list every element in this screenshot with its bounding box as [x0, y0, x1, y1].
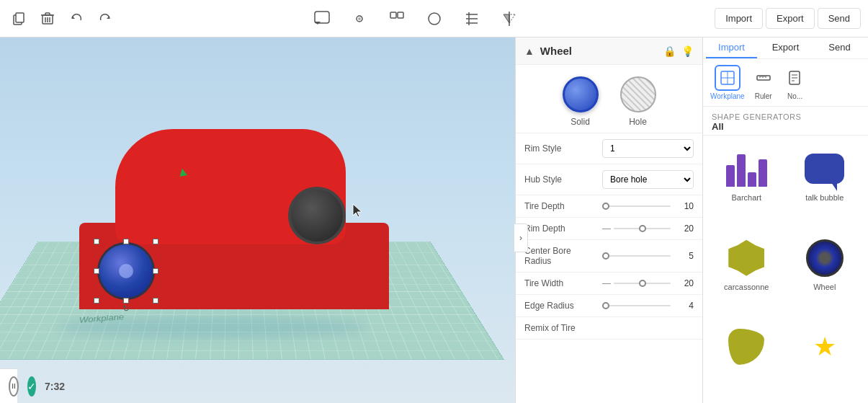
svg-marker-8: [72, 16, 75, 19]
import-button[interactable]: Import: [715, 8, 763, 29]
handle-ml[interactable]: [94, 268, 99, 274]
tire-depth-thumb[interactable]: [602, 203, 609, 210]
edge-radius-label: Edge Radius: [524, 301, 596, 311]
carcassonne-preview: [721, 236, 771, 280]
wheel-hub: [119, 264, 133, 278]
hub-style-select[interactable]: Bore hole: [602, 170, 694, 189]
light-icon[interactable]: [346, 6, 372, 32]
comment-icon[interactable]: [309, 6, 335, 32]
shape-top-buttons: Import Export Send: [703, 37, 868, 59]
workplane-icon: [715, 65, 741, 91]
carcassonne-shape: [728, 240, 764, 276]
bar-3: [748, 172, 756, 187]
rim-depth-label: Rim Depth: [524, 223, 596, 234]
wheel-label: Wheel: [813, 283, 836, 291]
bar-2: [737, 154, 746, 187]
tire-width-thumb[interactable]: [639, 280, 646, 287]
handle-br[interactable]: [153, 298, 158, 304]
edge-radius-track[interactable]: [602, 305, 671, 306]
hub-style-label: Hub Style: [524, 174, 596, 185]
handle-mr[interactable]: [153, 268, 158, 274]
lock-icon[interactable]: 🔒: [663, 45, 676, 57]
ruler-button[interactable]: Ruler: [751, 65, 777, 100]
rim-style-label: Rim Style: [524, 143, 596, 154]
center-bore-label: Center Bore Radius: [524, 246, 596, 266]
tire-width-label: Tire Width: [524, 278, 596, 288]
tab-import[interactable]: Import: [706, 37, 757, 58]
edge-radius-value: 4: [676, 301, 694, 311]
tire-width-row: Tire Width — 20: [516, 273, 702, 295]
rim-depth-thumb[interactable]: [639, 225, 646, 232]
center-bore-thumb[interactable]: [602, 252, 609, 260]
svg-rect-24: [757, 76, 770, 80]
handle-bl[interactable]: [94, 298, 99, 304]
handle-bm[interactable]: [123, 298, 129, 304]
svg-rect-7: [45, 13, 50, 15]
hub-style-control: Bore hole: [602, 170, 694, 189]
center-bore-value: 5: [676, 251, 694, 261]
handle-tm[interactable]: [123, 239, 129, 244]
barchart-preview: [721, 147, 771, 190]
panel-title: Wheel: [540, 45, 658, 57]
pause-button[interactable]: ⏸: [9, 376, 19, 397]
handle-tl[interactable]: [94, 239, 99, 244]
grid-icon[interactable]: [459, 6, 485, 32]
tire-depth-track[interactable]: [602, 205, 671, 207]
undo-button[interactable]: [65, 7, 88, 30]
solid-option[interactable]: Solid: [563, 76, 599, 127]
mirror-icon[interactable]: [496, 6, 522, 32]
tire-depth-label: Tire Depth: [524, 201, 596, 211]
panel-collapse-arrow[interactable]: ▲: [524, 45, 534, 57]
wheel-back-container[interactable]: ↻: [94, 239, 158, 304]
send-button[interactable]: Send: [818, 8, 861, 29]
rim-depth-slider: —: [602, 223, 671, 234]
panel-collapse-button[interactable]: ›: [514, 223, 528, 252]
tire-depth-value: 10: [676, 201, 694, 211]
shape-item-barchart[interactable]: Barchart: [709, 141, 784, 228]
rotate-handle[interactable]: ↻: [122, 304, 130, 314]
rim-depth-row: Rim Depth — 20: [516, 218, 702, 240]
svg-point-12: [358, 17, 361, 20]
tab-send[interactable]: Send: [814, 37, 865, 58]
viewport[interactable]: ↻ ▲ Workplane ⏸ ✓ 7:32: [0, 37, 515, 403]
rim-style-select[interactable]: 1: [602, 139, 694, 158]
hole-option[interactable]: Hole: [620, 76, 656, 127]
edge-radius-thumb[interactable]: [602, 302, 609, 309]
light-panel-icon[interactable]: 💡: [681, 45, 694, 57]
notes-icon: [782, 65, 808, 91]
shape-item-wheel[interactable]: Wheel: [787, 231, 863, 317]
toolbar-right: Import Export Send: [715, 8, 861, 29]
talk-bubble-preview: [800, 147, 850, 190]
svg-rect-14: [398, 12, 403, 18]
shape-generators-filter[interactable]: All: [712, 121, 859, 132]
check-button[interactable]: ✓: [27, 376, 36, 397]
shape-icon[interactable]: [384, 6, 410, 32]
export-button[interactable]: Export: [766, 8, 815, 29]
tab-export[interactable]: Export: [760, 37, 811, 58]
shape-item-star[interactable]: ★: [787, 319, 863, 397]
talk-bubble-shape: [805, 154, 844, 184]
top-toolbar: Import Export Send: [0, 0, 868, 37]
center-bore-track[interactable]: [602, 255, 671, 257]
circle-icon[interactable]: [421, 6, 447, 32]
workplane-button[interactable]: Workplane: [710, 65, 745, 100]
shape-item-talk-bubble[interactable]: talk bubble: [787, 141, 863, 228]
delete-button[interactable]: [36, 7, 59, 30]
tire-width-track[interactable]: [614, 283, 671, 284]
rim-style-control: 1: [602, 139, 694, 158]
center-bore-row: Center Bore Radius 5: [516, 240, 702, 273]
rim-depth-track[interactable]: [614, 228, 671, 229]
shape-item-brown-blob[interactable]: [709, 319, 784, 397]
shape-item-carcassonne[interactable]: carcassonne: [709, 231, 784, 317]
type-selector: Solid Hole: [516, 65, 702, 133]
wheel-front: [288, 187, 346, 244]
shape-generators-section: Shape Generators All: [703, 107, 868, 136]
ruler-label-text: Ruler: [755, 92, 772, 100]
redo-button[interactable]: [94, 7, 117, 30]
solid-circle: [563, 76, 599, 112]
tire-depth-slider: [602, 205, 671, 207]
notes-button[interactable]: No...: [782, 65, 808, 100]
copy-button[interactable]: [7, 7, 30, 30]
handle-tr[interactable]: [153, 239, 158, 244]
center-bore-slider: [602, 255, 671, 257]
